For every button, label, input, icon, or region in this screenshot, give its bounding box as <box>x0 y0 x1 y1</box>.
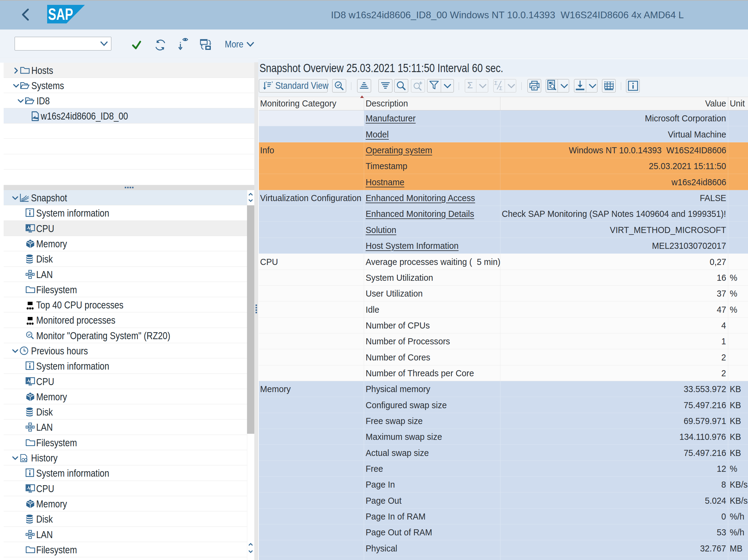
svg-text:SAP: SAP <box>48 5 73 23</box>
svg-text:Σ: Σ <box>494 80 498 86</box>
svg-text:Σ: Σ <box>499 86 502 90</box>
svg-text:Σ: Σ <box>467 80 473 90</box>
